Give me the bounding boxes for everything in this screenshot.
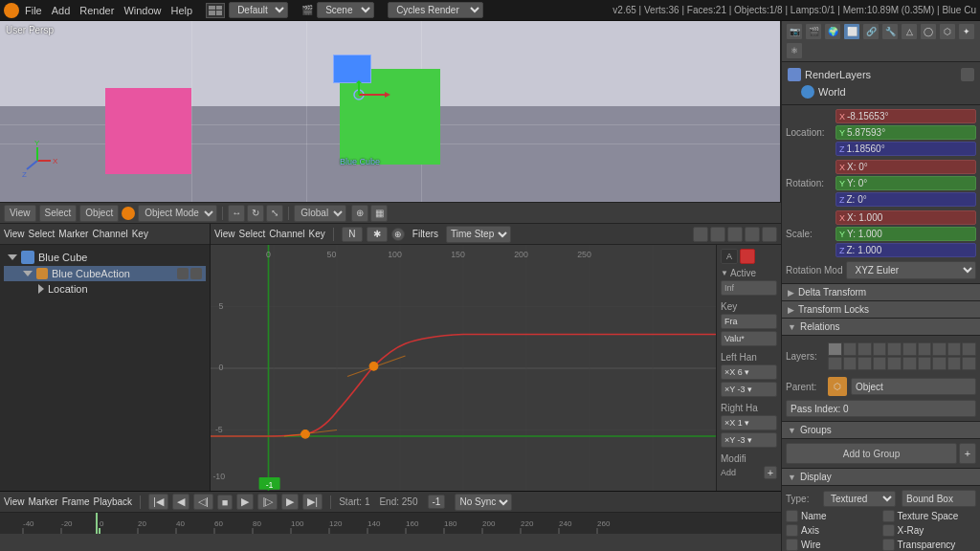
- rh-x-field[interactable]: ×X 1 ▾: [721, 415, 777, 430]
- menu-render[interactable]: Render: [79, 5, 114, 16]
- delta-transform-header[interactable]: ▶ Delta Transform: [782, 284, 980, 301]
- transform-gizmo[interactable]: [345, 80, 392, 111]
- display-color-btn[interactable]: [740, 249, 755, 264]
- rotate-icon[interactable]: ↻: [247, 205, 264, 222]
- fc-tool4[interactable]: [745, 227, 760, 242]
- layer-9[interactable]: [947, 342, 962, 356]
- render-layers-item[interactable]: RenderLayers: [786, 66, 976, 83]
- menu-file[interactable]: File: [25, 5, 42, 16]
- play-btn[interactable]: ▶: [236, 494, 254, 510]
- layer-2[interactable]: [843, 342, 858, 356]
- menu-add[interactable]: Add: [52, 5, 71, 16]
- rot-z-field[interactable]: ZZ: 0°: [835, 192, 976, 207]
- rh-y-field[interactable]: ×Y -3 ▾: [721, 432, 777, 448]
- jump-start-btn[interactable]: |◀: [148, 494, 168, 510]
- next-keyframe-btn[interactable]: |▷: [257, 494, 278, 510]
- object-mode-select[interactable]: Object Mode: [138, 205, 217, 222]
- layer-7[interactable]: [918, 342, 932, 356]
- layer-18[interactable]: [932, 357, 947, 370]
- dope-channel-btn[interactable]: Channel: [92, 229, 127, 239]
- scene-select[interactable]: Scene: [317, 2, 374, 18]
- pass-index-field[interactable]: Pass Index: 0: [786, 400, 976, 417]
- scene-icon-btn[interactable]: 🎬: [805, 23, 822, 40]
- prev-frame-btn[interactable]: ◀: [172, 494, 189, 510]
- loc-z-field[interactable]: Z1.18560°: [835, 142, 976, 156]
- particles-icon-btn[interactable]: ✦: [958, 23, 975, 40]
- constraints-icon-btn[interactable]: 🔗: [862, 23, 880, 40]
- current-frame-field[interactable]: -1: [428, 495, 446, 509]
- rot-y-field[interactable]: YY: 0°: [835, 176, 976, 190]
- layer-11[interactable]: [828, 357, 842, 370]
- dope-marker-btn[interactable]: Marker: [58, 229, 88, 239]
- display-header[interactable]: ▼ Display: [782, 469, 980, 486]
- axis-checkbox[interactable]: [786, 524, 798, 537]
- fc-tool3[interactable]: [727, 227, 743, 242]
- layer-10[interactable]: [962, 342, 976, 356]
- fc-tool1[interactable]: [693, 227, 708, 242]
- viewport-3d[interactable]: X Y Z User Persp Blue Cube: [0, 21, 781, 203]
- sync-select[interactable]: No Sync: [455, 494, 512, 511]
- relations-header[interactable]: ▼ Relations: [782, 319, 980, 336]
- fc-pin-btn[interactable]: ⊕: [391, 228, 405, 241]
- vp-select-btn[interactable]: Select: [39, 205, 78, 222]
- fc-view-btn[interactable]: View: [214, 229, 235, 239]
- layer-8[interactable]: [932, 342, 947, 356]
- lh-y-field[interactable]: ×Y -3 ▾: [721, 382, 777, 397]
- transform-locks-header[interactable]: ▶ Transform Locks: [782, 301, 980, 319]
- fra-field[interactable]: Fra: [721, 314, 777, 329]
- groups-header[interactable]: ▼ Groups: [782, 422, 980, 439]
- layer-3[interactable]: [858, 342, 872, 356]
- material-icon-btn[interactable]: ◯: [920, 23, 937, 40]
- loc-x-field[interactable]: X-8.15653°: [835, 109, 976, 123]
- menu-help[interactable]: Help: [171, 5, 193, 16]
- fcurve-chart[interactable]: -1 0 50 100 150 200 250 5 0: [211, 245, 716, 491]
- xray-checkbox[interactable]: [882, 524, 895, 537]
- wire-checkbox[interactable]: [786, 539, 798, 551]
- tl-frame-btn[interactable]: Frame: [62, 496, 90, 507]
- fc-select-btn[interactable]: Select: [239, 229, 266, 239]
- transparency-checkbox[interactable]: [882, 539, 895, 551]
- layer-4[interactable]: [873, 342, 887, 356]
- layer-12[interactable]: [843, 357, 858, 370]
- fc-type-select[interactable]: Time Step: [446, 226, 511, 243]
- render-engine-select[interactable]: Cycles Render: [388, 2, 483, 18]
- tl-marker-btn[interactable]: Marker: [29, 496, 58, 507]
- rotation-mod-select[interactable]: XYZ Euler: [846, 261, 976, 279]
- object-icon-btn[interactable]: ⬜: [843, 23, 860, 40]
- world-item[interactable]: World: [786, 83, 976, 100]
- scale-x-field[interactable]: XX: 1.000: [835, 210, 976, 225]
- display-type-select[interactable]: Textured: [823, 491, 896, 507]
- stop-btn[interactable]: ■: [217, 495, 234, 510]
- parent-field[interactable]: Object: [851, 378, 976, 395]
- physics-icon-btn[interactable]: ⚛: [786, 42, 803, 59]
- action-mute-btn[interactable]: [177, 268, 189, 279]
- layer-19[interactable]: [947, 357, 962, 370]
- layer-5[interactable]: [887, 342, 902, 356]
- vp-view-btn[interactable]: View: [4, 205, 36, 222]
- texture-space-checkbox[interactable]: [882, 510, 895, 522]
- layer-1[interactable]: [828, 342, 842, 356]
- layout-select[interactable]: Default: [229, 2, 288, 18]
- translate-icon[interactable]: ↔: [228, 205, 245, 222]
- texture-icon-btn[interactable]: ⬡: [939, 23, 956, 40]
- tl-view-btn[interactable]: View: [4, 496, 25, 507]
- fc-key-btn[interactable]: Key: [309, 229, 325, 239]
- timeline-ruler[interactable]: -40 -20 0 20 40 60 80 100 120: [0, 513, 781, 534]
- dope-item-action[interactable]: Blue CubeAction: [4, 266, 206, 281]
- scale-z-field[interactable]: ZZ: 1.000: [835, 243, 976, 257]
- add-to-group-btn[interactable]: Add to Group: [786, 443, 957, 464]
- lh-x-field[interactable]: ×X 6 ▾: [721, 364, 777, 380]
- normalize-btn[interactable]: N: [342, 227, 363, 242]
- menu-window[interactable]: Window: [123, 5, 161, 16]
- tl-playback-btn[interactable]: Playback: [94, 496, 133, 507]
- layer-17[interactable]: [918, 357, 932, 370]
- render-icon-btn[interactable]: 📷: [786, 23, 803, 40]
- scale-icon[interactable]: ⤡: [266, 205, 283, 222]
- layer-20[interactable]: [962, 357, 976, 370]
- next-frame-btn[interactable]: ▶: [281, 494, 299, 510]
- valu-field[interactable]: Valu*: [721, 331, 777, 346]
- vp-object-btn[interactable]: Object: [79, 205, 119, 222]
- name-checkbox[interactable]: [786, 510, 798, 522]
- fc-channel-btn[interactable]: Channel: [269, 229, 304, 239]
- fc-tool5[interactable]: [762, 227, 777, 242]
